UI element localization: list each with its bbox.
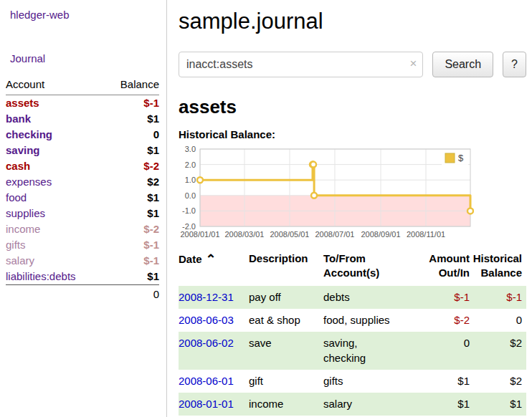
account-balance: $1 — [105, 206, 159, 221]
register-header-date[interactable]: Date⌃ — [179, 251, 249, 286]
register-amount-cell: $1 — [407, 370, 470, 393]
header-accounts-line2: Account(s) — [323, 267, 379, 279]
account-balance: $-1 — [105, 237, 159, 253]
register-amount-cell: 0 — [407, 332, 470, 370]
account-balance: $1 — [105, 111, 159, 127]
header-amount-line2: Out/In — [439, 267, 470, 279]
register-table-body: 2008-12-31pay offdebts$-1$-12008-06-03ea… — [179, 286, 526, 416]
register-row: 2008-06-01giftgifts$1$2 — [179, 370, 526, 393]
main-content: sample.journal × Search ? assets Histori… — [167, 0, 532, 417]
account-row: expenses$2 — [6, 174, 159, 190]
svg-text:2008/09/01: 2008/09/01 — [361, 230, 400, 239]
account-balance: $-1 — [105, 95, 159, 111]
account-name-cell: saving — [6, 143, 105, 158]
svg-text:2008/05/01: 2008/05/01 — [270, 230, 309, 239]
account-balance: 0 — [105, 127, 159, 143]
account-name-cell: checking — [6, 127, 105, 143]
register-date-cell: 2008-12-31 — [179, 286, 249, 309]
svg-text:3.0: 3.0 — [185, 145, 196, 153]
search-box: × — [179, 52, 423, 77]
register-accounts-cell: saving, checking — [323, 332, 407, 370]
account-row: liabilities:debts$1 — [6, 269, 159, 285]
accounts-table-header: Account Balance — [6, 76, 159, 95]
account-name-cell: assets — [6, 95, 105, 111]
account-row: gifts$-1 — [6, 237, 159, 253]
account-balance: $-1 — [105, 253, 159, 269]
accounts-header-account: Account — [6, 76, 105, 95]
account-link[interactable]: income — [6, 223, 40, 235]
account-balance: $1 — [105, 143, 159, 158]
header-date-label: Date — [179, 253, 202, 265]
account-link[interactable]: supplies — [6, 207, 45, 219]
transaction-date-link[interactable]: 2008-12-31 — [179, 291, 234, 303]
account-row: income$-2 — [6, 221, 159, 237]
chart-title: Historical Balance: — [179, 128, 526, 140]
accounts-total-balance: 0 — [105, 284, 159, 302]
accounts-total-spacer — [6, 284, 105, 302]
register-description-cell: gift — [249, 370, 323, 393]
account-link[interactable]: expenses — [6, 176, 52, 188]
register-balance-cell: $2 — [470, 332, 526, 370]
svg-text:2008/03/01: 2008/03/01 — [224, 230, 264, 239]
account-row: checking0 — [6, 127, 159, 143]
account-row: supplies$1 — [6, 206, 159, 221]
account-link[interactable]: bank — [6, 112, 31, 125]
svg-text:$: $ — [458, 153, 464, 163]
account-row: food$1 — [6, 190, 159, 206]
register-accounts-cell: salary — [323, 393, 407, 416]
account-link[interactable]: cash — [6, 160, 30, 172]
chart-svg: $3.02.01.00.0-1.0-2.02008/01/012008/03/0… — [179, 144, 474, 240]
register-amount-cell: $-1 — [407, 286, 470, 309]
transaction-date-link[interactable]: 2008-01-01 — [179, 398, 234, 410]
account-heading: assets — [179, 96, 526, 118]
account-link[interactable]: assets — [6, 97, 39, 109]
help-button[interactable]: ? — [503, 52, 526, 77]
svg-text:0.0: 0.0 — [185, 191, 196, 200]
account-row: cash$-2 — [6, 158, 159, 174]
transaction-date-link[interactable]: 2008-06-01 — [179, 375, 234, 387]
search-button[interactable]: Search — [432, 52, 493, 77]
svg-text:-1.0: -1.0 — [182, 206, 196, 215]
register-accounts-cell: debts — [323, 286, 407, 309]
page-title: sample.journal — [179, 9, 526, 34]
clear-search-icon[interactable]: × — [409, 57, 417, 70]
transaction-date-link[interactable]: 2008-06-02 — [179, 337, 234, 349]
svg-text:2.0: 2.0 — [185, 160, 196, 169]
register-header-row: Date⌃ Description To/FromAccount(s) Amou… — [179, 251, 526, 286]
account-link[interactable]: liabilities:debts — [6, 270, 76, 282]
register-table: Date⌃ Description To/FromAccount(s) Amou… — [179, 251, 526, 416]
account-row: bank$1 — [6, 111, 159, 127]
account-balance: $1 — [105, 269, 159, 285]
header-amount-line1: Amount — [429, 252, 470, 264]
account-link[interactable]: food — [6, 191, 27, 203]
search-form: × Search ? — [179, 52, 526, 77]
header-balance-line1: Historical — [473, 252, 522, 264]
account-row: salary$-1 — [6, 253, 159, 269]
account-link[interactable]: salary — [6, 254, 34, 267]
register-amount-cell: $-2 — [407, 309, 470, 332]
register-row: 2008-06-02savesaving, checking0$2 — [179, 332, 526, 370]
account-name-cell: gifts — [6, 237, 105, 253]
account-name-cell: liabilities:debts — [6, 269, 105, 285]
register-balance-cell: $2 — [470, 370, 526, 393]
register-date-cell: 2008-06-02 — [179, 332, 249, 370]
account-name-cell: food — [6, 190, 105, 206]
register-description-cell: eat & shop — [249, 309, 323, 332]
search-input[interactable] — [179, 52, 423, 77]
register-accounts-cell: food, supplies — [323, 309, 407, 332]
app-title-link[interactable]: hledger-web — [10, 9, 159, 21]
account-balance: $-2 — [105, 158, 159, 174]
account-name-cell: supplies — [6, 206, 105, 221]
svg-text:2008/07/01: 2008/07/01 — [315, 230, 354, 239]
accounts-header-balance: Balance — [105, 76, 159, 95]
account-name-cell: expenses — [6, 174, 105, 190]
register-header-accounts: To/FromAccount(s) — [323, 251, 407, 286]
account-link[interactable]: gifts — [6, 239, 26, 251]
account-link[interactable]: checking — [6, 128, 52, 140]
transaction-date-link[interactable]: 2008-06-03 — [179, 314, 234, 326]
account-row: saving$1 — [6, 143, 159, 158]
svg-text:2008/01/01: 2008/01/01 — [180, 230, 219, 239]
account-link[interactable]: saving — [6, 144, 40, 156]
account-balance: $1 — [105, 190, 159, 206]
sidebar-item-journal[interactable]: Journal — [10, 52, 159, 64]
